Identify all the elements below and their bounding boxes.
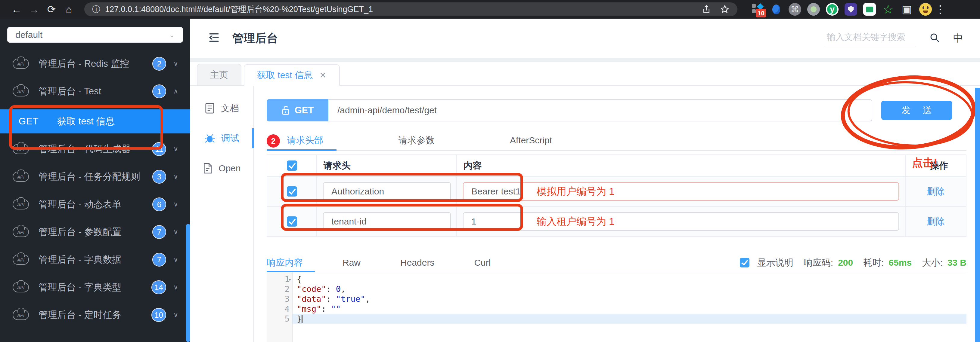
- api-count-badge: 2: [152, 57, 166, 71]
- avatar-icon[interactable]: [919, 3, 932, 16]
- header-name-input[interactable]: tenant-id: [323, 212, 451, 231]
- column-header-name: 请求头: [317, 155, 457, 176]
- close-tab-icon[interactable]: ✕: [319, 70, 326, 80]
- table-row: AuthorizationBearer test1模拟用户编号为 1删除: [267, 177, 966, 207]
- request-url-input[interactable]: /admin-api/demo/test/get: [328, 99, 872, 122]
- api-group-list: API管理后台 - Redis 监控2∨API管理后台 - Test1∧GET获…: [0, 50, 190, 329]
- api-cloud-icon: API: [13, 199, 29, 209]
- sidebar-api-item-selected[interactable]: GET获取 test 信息: [0, 109, 190, 133]
- request-url-value: /admin-api/demo/test/get: [337, 105, 437, 116]
- doc-menu-item-调试[interactable]: 调试: [190, 123, 253, 153]
- doc-menu-item-open[interactable]: Open: [190, 153, 253, 183]
- chevron-up-icon: ∧: [172, 87, 180, 95]
- sidebar-group-item[interactable]: API管理后台 - 字典数据7∨: [0, 246, 190, 274]
- share-icon[interactable]: [702, 5, 711, 14]
- row-checkbox[interactable]: [287, 216, 297, 226]
- site-info-icon[interactable]: ⓘ: [92, 4, 100, 15]
- response-tabs: 响应内容RawHeadersCurl 显示说明 响应码: 200 耗时: 65m…: [267, 253, 966, 272]
- y-icon[interactable]: y: [826, 3, 838, 16]
- collapse-sidebar-icon[interactable]: [207, 31, 221, 45]
- main-scrollbar[interactable]: [975, 88, 980, 342]
- browser-toolbar: ← → ⟳ ⌂ ⓘ 127.0.0.1:48080/doc.html#/defa…: [0, 0, 980, 19]
- column-header-action: 操作: [906, 155, 966, 176]
- response-tab[interactable]: Headers: [400, 258, 434, 268]
- command-icon[interactable]: ⌘: [789, 3, 801, 16]
- chat-icon[interactable]: [863, 3, 876, 16]
- page-title: 管理后台: [232, 31, 278, 46]
- star-green-icon[interactable]: ☆: [882, 3, 894, 16]
- page-tab-home[interactable]: 主页: [197, 64, 242, 86]
- request-url-row: GET /admin-api/demo/test/get 发 送: [267, 99, 966, 122]
- chevron-down-icon: ⌄: [169, 31, 175, 39]
- sidebar-group-item[interactable]: API管理后台 - 任务分配规则3∨: [0, 163, 190, 190]
- send-button[interactable]: 发 送: [881, 101, 952, 120]
- circle-icon[interactable]: [807, 3, 820, 16]
- home-icon[interactable]: ⌂: [60, 3, 78, 15]
- fold-caret-icon[interactable]: ▾: [288, 275, 291, 285]
- response-tab[interactable]: Raw: [342, 258, 361, 268]
- address-bar[interactable]: ⓘ 127.0.0.1:48080/doc.html#/default/管理后台…: [84, 2, 737, 16]
- header-value-input[interactable]: 1: [463, 212, 899, 231]
- api-cloud-icon: API: [13, 59, 29, 69]
- delete-row-link[interactable]: 删除: [927, 185, 945, 198]
- sidebar-group-item[interactable]: API管理后台 - Test1∧: [0, 78, 190, 105]
- doc-search-input[interactable]: [826, 30, 916, 46]
- sidebar-group-item[interactable]: API管理后台 - 定时任务10∨: [0, 301, 190, 329]
- bookmark-star-icon[interactable]: [720, 5, 730, 14]
- sidebar-group-item[interactable]: API管理后台 - 动态表单6∨: [0, 190, 190, 218]
- url-text[interactable]: 127.0.0.1:48080/doc.html#/default/管理后台%2…: [105, 4, 373, 15]
- api-cloud-icon: API: [13, 255, 29, 265]
- sidebar-group-label: 管理后台 - Redis 监控: [38, 57, 129, 70]
- page-tab-label: 获取 test 信息: [257, 69, 313, 81]
- api-cloud-icon: API: [13, 144, 29, 154]
- api-cloud-icon: API: [13, 172, 29, 182]
- doc-menu-item-文档[interactable]: 文档: [190, 93, 253, 123]
- api-method-label: GET: [19, 116, 57, 127]
- language-toggle[interactable]: 中: [953, 32, 963, 45]
- sidebar-group-item[interactable]: API管理后台 - 参数配置7∨: [0, 218, 190, 246]
- debug-panel: GET /admin-api/demo/test/get 发 送 2请求头部请求…: [254, 86, 980, 342]
- show-description-checkbox[interactable]: [740, 258, 749, 268]
- http-method-box: GET: [267, 99, 328, 122]
- response-tab[interactable]: Curl: [474, 258, 491, 268]
- row-checkbox[interactable]: [287, 186, 297, 196]
- forward-icon[interactable]: →: [25, 3, 43, 15]
- request-tab[interactable]: AfterScript: [510, 135, 552, 147]
- api-count-badge: 7: [152, 253, 166, 266]
- request-tab[interactable]: 请求参数: [398, 135, 434, 148]
- page-tab-label: 主页: [210, 69, 228, 81]
- code-line: {: [293, 274, 966, 284]
- response-size-label: 大小:: [922, 256, 942, 269]
- back-icon[interactable]: ←: [8, 3, 25, 15]
- api-cloud-icon: API: [13, 282, 29, 293]
- puzzle-icon[interactable]: ▣: [900, 3, 913, 16]
- page-tab-active[interactable]: 获取 test 信息✕: [244, 64, 340, 86]
- sidebar-group-item[interactable]: API管理后台 - Redis 监控2∨: [0, 50, 190, 78]
- line-number: 1▾: [267, 274, 290, 284]
- response-tab[interactable]: 响应内容: [267, 256, 303, 269]
- api-cloud-icon: API: [13, 227, 29, 237]
- group-select[interactable]: default ⌄: [7, 27, 183, 43]
- delete-row-link[interactable]: 删除: [927, 215, 945, 228]
- request-tab[interactable]: 请求头部: [287, 135, 323, 148]
- chevron-down-icon: ∨: [172, 311, 180, 319]
- sidebar-group-item[interactable]: API管理后台 - 代码生成器11∨: [0, 135, 190, 163]
- extensions-badge-icon[interactable]: 10: [751, 3, 764, 16]
- table-row: tenant-id1输入租户编号为 1删除: [267, 207, 966, 237]
- bug-icon: [204, 133, 215, 143]
- sidebar-scrollbar[interactable]: [186, 224, 190, 342]
- search-icon[interactable]: [929, 32, 940, 44]
- header-value-input[interactable]: Bearer test1: [463, 182, 899, 201]
- balloon-icon[interactable]: [770, 3, 783, 16]
- doc-mode-menu: 文档调试Open: [190, 86, 254, 342]
- shield-icon[interactable]: [845, 3, 857, 16]
- show-description-label: 显示说明: [757, 256, 793, 269]
- browser-menu-icon[interactable]: ⋮: [935, 3, 946, 16]
- request-tabs: 2请求头部请求参数AfterScript: [267, 131, 966, 151]
- select-all-checkbox[interactable]: [287, 160, 297, 171]
- reload-icon[interactable]: ⟳: [43, 3, 60, 15]
- open-file-icon: [203, 163, 213, 174]
- sidebar-group-item[interactable]: API管理后台 - 字典类型14∨: [0, 274, 190, 301]
- header-name-input[interactable]: Authorization: [323, 182, 451, 201]
- response-body-editor[interactable]: 1▾2345 {"code": 0,"data": "true","msg": …: [267, 272, 966, 342]
